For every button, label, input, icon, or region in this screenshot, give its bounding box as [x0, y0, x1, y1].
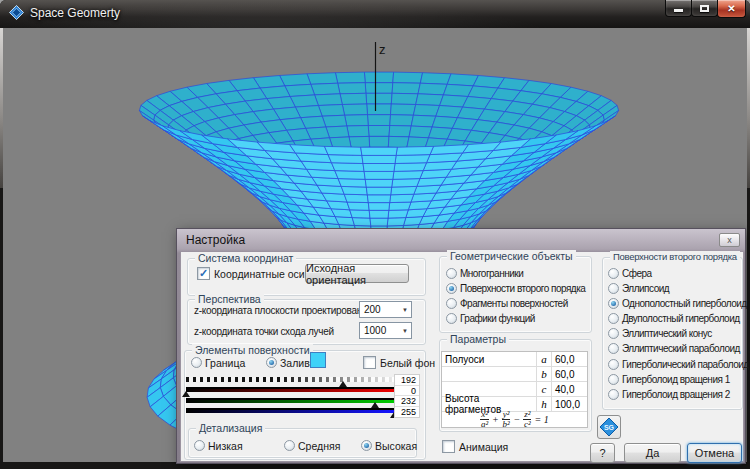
ok-button[interactable]: Да — [624, 443, 681, 463]
green-value: 232 — [395, 396, 419, 407]
detail-high-radio[interactable] — [361, 440, 372, 451]
svg-text:z: z — [379, 42, 386, 57]
function-graphs-radio[interactable] — [446, 313, 457, 324]
slider-values: 192 0 232 255 — [394, 374, 420, 418]
hyperbolic-paraboloid-radio[interactable] — [608, 359, 619, 370]
coordinate-axes-checkbox[interactable]: ✓ — [197, 267, 210, 280]
green-slider-handle[interactable] — [371, 402, 379, 408]
cancel-button[interactable]: Отмена — [687, 443, 742, 463]
ellipsoid-radio[interactable] — [608, 283, 619, 294]
table-row: Высота фрагментов h 100,0 — [442, 397, 587, 412]
vanishing-point-label: z-координата точки схода лучей — [194, 326, 334, 337]
border-radio-label: Граница — [205, 357, 245, 369]
table-row: Полуоси a 60,0 — [442, 352, 587, 367]
param-var: a — [536, 352, 552, 366]
dialog-titlebar[interactable]: Настройка x — [177, 229, 745, 251]
vanishing-point-combo[interactable]: 1000 ▼ — [359, 322, 412, 339]
chevron-down-icon: ▼ — [402, 328, 408, 334]
polyhedra-radio[interactable] — [446, 268, 457, 279]
help-button[interactable]: ? — [590, 443, 615, 463]
detail-high-label: Высокая — [375, 440, 417, 452]
white-background-checkbox[interactable] — [363, 356, 376, 369]
table-row: b 60,0 — [442, 367, 587, 382]
param-value[interactable]: 40,0 — [552, 384, 585, 395]
window-title: Space Geomerty — [30, 6, 120, 20]
dialog-close-icon: x — [727, 236, 732, 245]
elliptic-paraboloid-radio[interactable] — [608, 343, 619, 354]
param-var: h — [536, 397, 552, 411]
red-slider[interactable] — [186, 387, 394, 392]
param-var: b — [536, 367, 552, 381]
revolution-hyperboloid-1-radio[interactable] — [608, 374, 619, 385]
close-button[interactable]: ✕ — [717, 0, 746, 18]
red-slider-handle[interactable] — [182, 391, 190, 397]
surface-fragments-radio[interactable] — [446, 298, 457, 309]
param-value[interactable]: 60,0 — [552, 369, 585, 380]
projection-plane-combo[interactable]: 200 ▼ — [359, 301, 412, 318]
green-slider[interactable] — [186, 398, 394, 403]
minimize-button[interactable] — [665, 0, 692, 17]
detail-medium-label: Средняя — [298, 440, 340, 452]
sg-logo-icon: SG — [599, 417, 619, 437]
formula-denominator: c² — [524, 420, 531, 429]
hyperboloid-one-sheet-radio[interactable] — [608, 298, 619, 309]
param-value[interactable]: 60,0 — [552, 354, 585, 365]
projection-plane-label: z-координата плоскости проектирования — [194, 305, 372, 316]
group-geometric-objects-label: Геометрические объекты — [447, 250, 576, 262]
group-surface-elements-label: Элементы поверхности — [192, 344, 313, 356]
param-label: Полуоси — [442, 354, 536, 365]
close-icon: ✕ — [727, 1, 735, 16]
revolution-hyperboloid-2-radio[interactable] — [608, 389, 619, 400]
ellipsoid-label: Эллипсоид — [622, 283, 669, 294]
blue-value: 255 — [395, 407, 419, 418]
dialog-body: Система координат ✓ Координатные оси Исх… — [180, 251, 744, 462]
formula-rhs: = 1 — [534, 414, 548, 425]
window-titlebar[interactable]: Space Geomerty ✕ — [0, 0, 750, 28]
detail-low-label: Низкая — [208, 440, 243, 452]
formula-denominator: a² — [481, 420, 488, 429]
surface-fragments-label: Фрагменты поверхностей — [460, 298, 568, 309]
alpha-value: 192 — [395, 375, 419, 386]
blue-slider[interactable] — [186, 408, 394, 413]
param-var: c — [536, 382, 552, 396]
detail-low-radio[interactable] — [194, 440, 205, 451]
alpha-slider-handle[interactable] — [339, 381, 347, 387]
group-perspective-label: Перспектива — [195, 293, 264, 305]
coordinate-axes-label: Координатные оси — [214, 268, 305, 280]
function-graphs-label: Графики функций — [460, 313, 535, 324]
hyperbolic-paraboloid-label: Гиперболический параболоид — [622, 359, 749, 370]
group-quadric-surfaces-label: Поверхности второго порядка — [610, 251, 740, 262]
maximize-button[interactable] — [691, 0, 718, 17]
svg-text:SG: SG — [604, 424, 615, 431]
parameters-table: Полуоси a 60,0 b 60,0 c 40,0 Высота фраг… — [441, 351, 588, 428]
sphere-radio[interactable] — [608, 268, 619, 279]
hyperboloid-two-sheet-radio[interactable] — [608, 313, 619, 324]
quadric-surfaces-radio[interactable] — [446, 283, 457, 294]
settings-dialog: Настройка x Система координат ✓ Координа… — [176, 228, 746, 464]
formula-operator: + — [492, 414, 499, 425]
sg-logo-button[interactable]: SG — [597, 415, 621, 439]
maximize-icon — [700, 5, 709, 12]
border-radio[interactable] — [191, 357, 202, 368]
polyhedra-label: Многогранники — [460, 268, 523, 279]
detail-medium-radio[interactable] — [284, 440, 295, 451]
param-value[interactable]: 100,0 — [552, 399, 585, 410]
elliptic-paraboloid-label: Эллиптический параболоид — [622, 343, 740, 354]
group-coordinate-system-label: Система координат — [195, 252, 296, 264]
elliptic-cone-radio[interactable] — [608, 328, 619, 339]
reset-orientation-button[interactable]: Исходная ориентация — [305, 264, 409, 283]
fill-color-swatch[interactable] — [310, 352, 326, 368]
fill-radio[interactable] — [266, 357, 277, 368]
revolution-hyperboloid-1-label: Гиперболоид вращения 1 — [622, 374, 730, 385]
projection-plane-value: 200 — [364, 304, 381, 315]
red-value: 0 — [395, 386, 419, 397]
alpha-slider[interactable] — [186, 377, 394, 382]
dialog-close-button[interactable]: x — [719, 233, 740, 247]
app-window: Space Geomerty ✕ z Настройка x Система к… — [0, 0, 750, 469]
dialog-title: Настройка — [186, 233, 245, 247]
group-detail-label: Детализация — [196, 422, 265, 434]
app-icon — [9, 5, 24, 20]
chevron-down-icon: ▼ — [402, 307, 408, 313]
minimize-icon — [674, 9, 683, 12]
animation-checkbox[interactable] — [442, 440, 455, 453]
